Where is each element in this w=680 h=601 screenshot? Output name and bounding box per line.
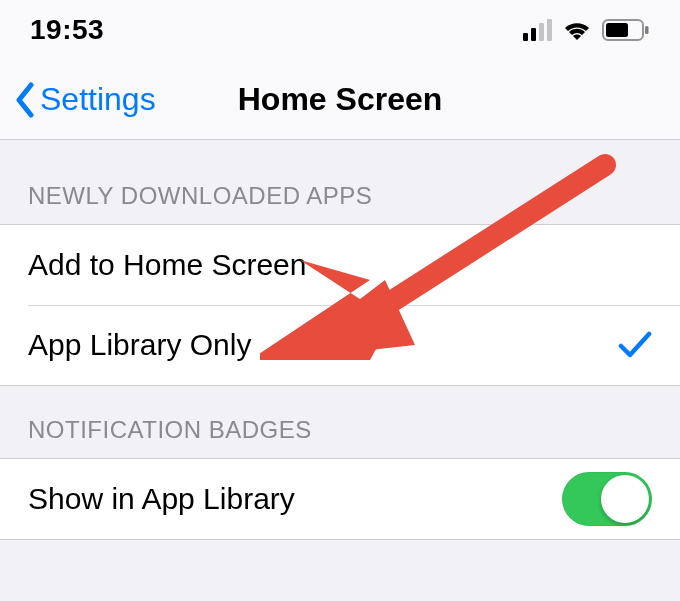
status-bar: 19:53: [0, 0, 680, 60]
wifi-icon: [562, 19, 592, 41]
option-label: App Library Only: [28, 328, 251, 362]
back-label: Settings: [40, 81, 156, 118]
back-button[interactable]: Settings: [14, 81, 156, 118]
cellular-icon: [523, 19, 552, 41]
group-notification-badges: Show in App Library: [0, 458, 680, 540]
row-show-in-app-library[interactable]: Show in App Library: [0, 459, 680, 539]
group-newly-downloaded: Add to Home Screen App Library Only: [0, 224, 680, 386]
chevron-left-icon: [14, 82, 36, 118]
svg-rect-1: [606, 23, 628, 37]
battery-icon: [602, 19, 650, 41]
status-time: 19:53: [30, 14, 104, 46]
option-app-library-only[interactable]: App Library Only: [0, 305, 680, 385]
section-header-notification-badges: NOTIFICATION BADGES: [0, 386, 680, 458]
check-icon: [618, 330, 652, 360]
status-icons: [523, 19, 650, 41]
option-label: Add to Home Screen: [28, 248, 306, 282]
option-add-to-home-screen[interactable]: Add to Home Screen: [0, 225, 680, 305]
row-label: Show in App Library: [28, 482, 295, 516]
nav-header: Settings Home Screen: [0, 60, 680, 140]
svg-rect-2: [645, 26, 649, 34]
section-header-newly-downloaded: NEWLY DOWNLOADED APPS: [0, 140, 680, 224]
toggle-show-in-app-library[interactable]: [562, 472, 652, 526]
toggle-knob: [601, 475, 649, 523]
